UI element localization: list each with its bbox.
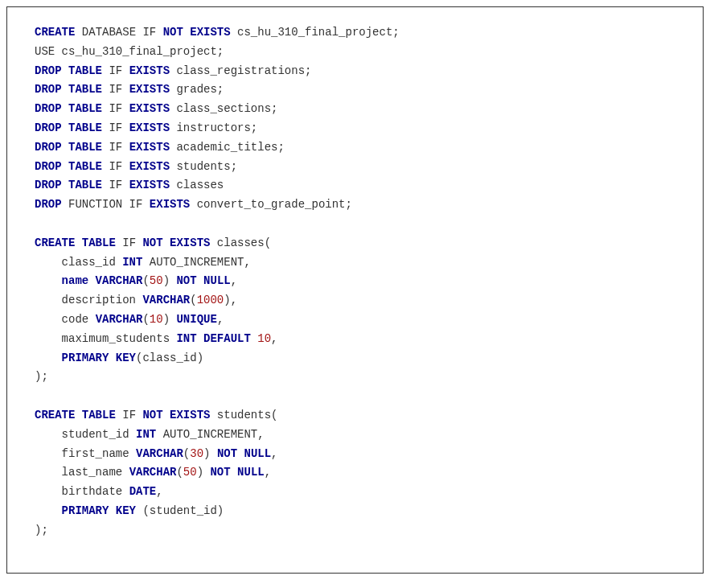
sql-code-block: CREATE DATABASE IF NOT EXISTS cs_hu_310_… xyxy=(6,6,704,574)
